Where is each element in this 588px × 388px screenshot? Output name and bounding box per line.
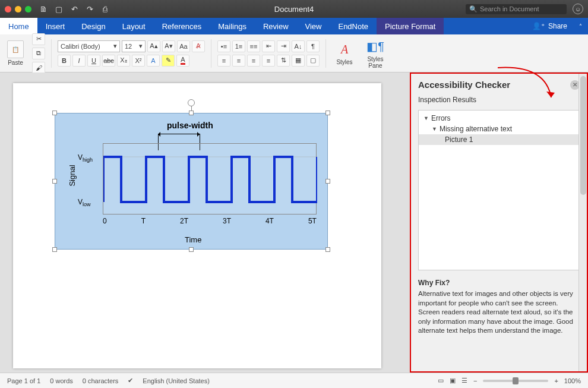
grow-font-button[interactable]: A▴ (147, 40, 160, 52)
zoom-slider[interactable] (483, 380, 548, 382)
maximize-window[interactable] (25, 6, 31, 12)
subscript-button[interactable]: X₂ (117, 55, 130, 67)
selected-picture[interactable]: pulse-width Signal Vhigh Vlow 0 (55, 113, 328, 250)
zoom-out-button[interactable]: − (473, 377, 477, 384)
numbering-button[interactable]: 1≡ (232, 40, 245, 52)
scroll-thumb[interactable] (580, 76, 586, 195)
zoom-thumb[interactable] (513, 377, 519, 384)
x-ticks: 0 T 2T 3T 4T 5T (103, 217, 317, 225)
error-item-label: Picture 1 (445, 135, 473, 144)
save-icon-2[interactable]: ▢ (53, 4, 65, 14)
close-window[interactable] (5, 6, 11, 12)
styles-gallery[interactable]: A Styles (332, 41, 357, 65)
status-chars[interactable]: 0 characters (83, 377, 119, 384)
page: pulse-width Signal Vhigh Vlow 0 (13, 83, 381, 368)
view-web-icon[interactable]: ☰ (461, 377, 467, 384)
zoom-in-button[interactable]: + (554, 377, 558, 384)
status-words[interactable]: 0 words (50, 377, 73, 384)
divider (51, 39, 52, 68)
strike-button[interactable]: abc (102, 55, 115, 67)
share-button[interactable]: 👤⁺ Share (526, 18, 573, 34)
bold-button[interactable]: B (58, 55, 71, 67)
tab-view[interactable]: View (297, 18, 330, 34)
change-case-button[interactable]: Aa (177, 40, 190, 52)
tab-endnote[interactable]: EndNote (330, 18, 377, 34)
tree-error-type[interactable]: ▼Missing alternative text (419, 124, 579, 134)
shading-button[interactable]: ▦ (292, 55, 305, 67)
justify-button[interactable]: ≡ (262, 55, 275, 67)
cut-icon[interactable]: ✂ (32, 33, 45, 45)
styles-pane-label: Styles Pane (367, 56, 383, 69)
resize-handle[interactable] (325, 179, 330, 184)
tree-error-item[interactable]: Picture 1 (419, 134, 579, 145)
superscript-button[interactable]: X² (132, 55, 145, 67)
copy-icon[interactable]: ⧉ (32, 48, 45, 59)
increase-indent-button[interactable]: ⇥ (277, 40, 290, 52)
pane-header: Accessibility Checker ✕ (411, 74, 587, 93)
highlight-button[interactable]: ✎ (162, 55, 175, 67)
align-right-button[interactable]: ≡ (247, 55, 260, 67)
align-left-button[interactable]: ≡ (217, 55, 230, 67)
feedback-icon[interactable]: ☺ (573, 4, 583, 14)
view-print-icon[interactable]: ▣ (450, 377, 456, 384)
tab-insert[interactable]: Insert (37, 18, 74, 34)
resize-handle[interactable] (325, 111, 330, 115)
styles-pane-button[interactable]: ◧¶ Styles Pane (363, 38, 388, 69)
x-tick: 5T (308, 217, 317, 225)
status-page[interactable]: Page 1 of 1 (7, 377, 40, 384)
tree-errors[interactable]: ▼Errors (419, 113, 579, 124)
redo-icon[interactable]: ↷ (84, 4, 96, 14)
tab-review[interactable]: Review (255, 18, 297, 34)
format-painter-icon[interactable]: 🖌 (32, 62, 45, 74)
styles-icon: A (336, 41, 353, 58)
text-effects-button[interactable]: A (147, 55, 160, 67)
resize-handle[interactable] (325, 247, 330, 252)
font-color-button[interactable]: A (176, 55, 189, 67)
view-focus-icon[interactable]: ▭ (438, 377, 444, 384)
resize-handle[interactable] (52, 111, 57, 115)
bullets-button[interactable]: •≡ (217, 40, 230, 52)
pane-scrollbar[interactable] (578, 74, 587, 371)
collapse-ribbon[interactable]: ˄ (573, 18, 588, 34)
zoom-value[interactable]: 100% (564, 377, 581, 384)
font-size-select[interactable]: 12▾ (122, 40, 146, 52)
shrink-font-button[interactable]: A▾ (162, 40, 175, 52)
undo-icon[interactable]: ↶ (68, 4, 80, 14)
resize-handle[interactable] (189, 111, 194, 115)
results-tree[interactable]: ▼Errors ▼Missing alternative text Pictur… (418, 110, 580, 270)
document-area[interactable]: pulse-width Signal Vhigh Vlow 0 (0, 72, 410, 373)
resize-handle[interactable] (52, 247, 57, 252)
multilevel-button[interactable]: ≡≡ (247, 40, 260, 52)
tab-layout[interactable]: Layout (114, 18, 154, 34)
share-icon: 👤⁺ (532, 22, 545, 30)
tab-references[interactable]: References (154, 18, 210, 34)
underline-button[interactable]: U (87, 55, 100, 67)
tab-design[interactable]: Design (73, 18, 113, 34)
spellcheck-icon[interactable]: ✔︎ (128, 377, 133, 384)
paste-label: Paste (8, 59, 23, 66)
sort-button[interactable]: A↓ (292, 40, 305, 52)
italic-button[interactable]: I (72, 55, 86, 67)
decrease-indent-button[interactable]: ⇤ (262, 40, 275, 52)
search-input[interactable]: 🔍 Search in Document (466, 4, 567, 14)
resize-handle[interactable] (52, 179, 57, 184)
resize-handle[interactable] (189, 247, 194, 252)
borders-button[interactable]: ▢ (306, 55, 320, 67)
rotate-handle[interactable] (188, 99, 195, 106)
font-name-select[interactable]: Calibri (Body)▾ (58, 40, 120, 52)
align-center-button[interactable]: ≡ (232, 55, 245, 67)
tab-mailings[interactable]: Mailings (210, 18, 255, 34)
line-spacing-button[interactable]: ⇅ (277, 55, 290, 67)
minimize-window[interactable] (15, 6, 21, 12)
print-icon[interactable]: ⎙ (99, 4, 111, 14)
show-marks-button[interactable]: ¶ (306, 40, 320, 52)
tab-picture-format[interactable]: Picture Format (377, 18, 444, 34)
tab-home[interactable]: Home (0, 18, 37, 34)
x-tick: 2T (180, 217, 188, 225)
paste-button[interactable]: 📋 Paste (5, 40, 26, 66)
save-icon[interactable]: 🗎 (37, 4, 49, 14)
why-fix-title: Why Fix? (418, 279, 580, 287)
pane-title: Accessibility Checker (418, 80, 510, 90)
status-language[interactable]: English (United States) (143, 377, 210, 384)
clear-format-button[interactable]: A̷ (192, 40, 205, 52)
